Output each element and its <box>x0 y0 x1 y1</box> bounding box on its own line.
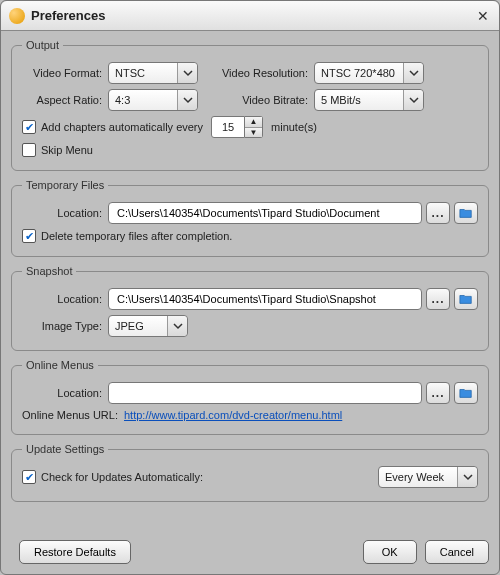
aspect-ratio-value: 4:3 <box>115 94 130 106</box>
browse-button[interactable]: ... <box>426 202 450 224</box>
open-folder-button[interactable] <box>454 382 478 404</box>
footer: Restore Defaults OK Cancel <box>1 534 499 574</box>
snapshot-location-value[interactable] <box>115 292 415 306</box>
check-updates-checkbox[interactable] <box>22 470 36 484</box>
output-group: Output Video Format: NTSC Video Resoluti… <box>11 39 489 171</box>
image-type-select[interactable]: JPEG <box>108 315 188 337</box>
image-type-label: Image Type: <box>22 320 108 332</box>
update-frequency-select[interactable]: Every Week <box>378 466 478 488</box>
ellipsis-icon: ... <box>431 292 444 306</box>
chevron-down-icon <box>403 90 423 110</box>
add-chapters-checkbox[interactable] <box>22 120 36 134</box>
online-menus-group: Online Menus Location: ... Online Menus … <box>11 359 489 435</box>
folder-icon <box>459 206 473 220</box>
temp-location-label: Location: <box>22 207 108 219</box>
ok-button[interactable]: OK <box>363 540 417 564</box>
temp-location-value[interactable] <box>115 206 415 220</box>
chevron-down-icon <box>403 63 423 83</box>
ellipsis-icon: ... <box>431 386 444 400</box>
browse-button[interactable]: ... <box>426 382 450 404</box>
skip-menu-label: Skip Menu <box>41 144 93 156</box>
window-title: Preferences <box>31 8 475 23</box>
chevron-up-icon[interactable]: ▲ <box>245 117 262 128</box>
snapshot-group: Snapshot Location: ... Image Type: JPEG <box>11 265 489 351</box>
restore-defaults-button[interactable]: Restore Defaults <box>19 540 131 564</box>
online-legend: Online Menus <box>22 359 98 371</box>
video-bitrate-select[interactable]: 5 MBit/s <box>314 89 424 111</box>
video-format-label: Video Format: <box>22 67 108 79</box>
online-location-input[interactable] <box>108 382 422 404</box>
delete-temp-checkbox[interactable] <box>22 229 36 243</box>
video-bitrate-label: Video Bitrate: <box>210 94 314 106</box>
chevron-down-icon[interactable]: ▼ <box>245 128 262 138</box>
output-legend: Output <box>22 39 63 51</box>
online-location-value[interactable] <box>115 386 415 400</box>
image-type-value: JPEG <box>115 320 144 332</box>
video-format-value: NTSC <box>115 67 145 79</box>
update-group: Update Settings Check for Updates Automa… <box>11 443 489 502</box>
delete-temp-label: Delete temporary files after completion. <box>41 230 232 242</box>
update-legend: Update Settings <box>22 443 108 455</box>
check-updates-label: Check for Updates Automatically: <box>41 471 203 483</box>
video-resolution-label: Video Resolution: <box>210 67 314 79</box>
close-button[interactable]: ✕ <box>475 8 491 24</box>
temp-group: Temporary Files Location: ... Delete tem… <box>11 179 489 257</box>
video-format-select[interactable]: NTSC <box>108 62 198 84</box>
add-chapters-unit: minute(s) <box>271 121 317 133</box>
online-url-label: Online Menus URL: <box>22 409 118 421</box>
snapshot-legend: Snapshot <box>22 265 76 277</box>
folder-icon <box>459 386 473 400</box>
chevron-down-icon <box>167 316 187 336</box>
chevron-down-icon <box>177 90 197 110</box>
temp-legend: Temporary Files <box>22 179 108 191</box>
chevron-down-icon <box>177 63 197 83</box>
online-url-link[interactable]: http://www.tipard.com/dvd-creator/menu.h… <box>124 409 342 421</box>
video-resolution-select[interactable]: NTSC 720*480 <box>314 62 424 84</box>
preferences-dialog: Preferences ✕ Output Video Format: NTSC … <box>0 0 500 575</box>
add-chapters-label: Add chapters automatically every <box>41 121 203 133</box>
video-bitrate-value: 5 MBit/s <box>321 94 361 106</box>
aspect-ratio-label: Aspect Ratio: <box>22 94 108 106</box>
content-area: Output Video Format: NTSC Video Resoluti… <box>1 31 499 534</box>
skip-menu-checkbox[interactable] <box>22 143 36 157</box>
add-chapters-value: 15 <box>211 116 245 138</box>
titlebar: Preferences ✕ <box>1 1 499 31</box>
folder-icon <box>459 292 473 306</box>
online-location-label: Location: <box>22 387 108 399</box>
app-icon <box>9 8 25 24</box>
open-folder-button[interactable] <box>454 288 478 310</box>
browse-button[interactable]: ... <box>426 288 450 310</box>
cancel-button[interactable]: Cancel <box>425 540 489 564</box>
snapshot-location-label: Location: <box>22 293 108 305</box>
add-chapters-spinner[interactable]: 15 ▲ ▼ <box>211 116 263 138</box>
temp-location-input[interactable] <box>108 202 422 224</box>
video-resolution-value: NTSC 720*480 <box>321 67 395 79</box>
chevron-down-icon <box>457 467 477 487</box>
aspect-ratio-select[interactable]: 4:3 <box>108 89 198 111</box>
ellipsis-icon: ... <box>431 206 444 220</box>
update-frequency-value: Every Week <box>385 471 444 483</box>
open-folder-button[interactable] <box>454 202 478 224</box>
snapshot-location-input[interactable] <box>108 288 422 310</box>
